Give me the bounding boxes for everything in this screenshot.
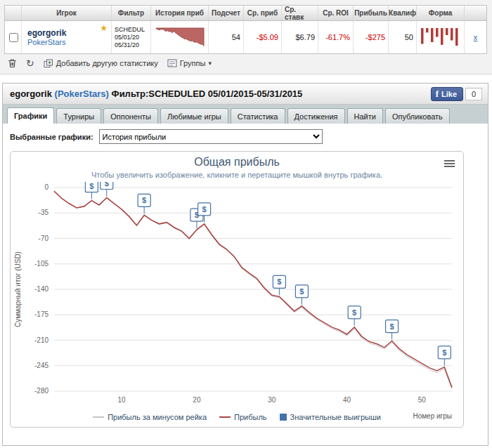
groups-icon [167, 59, 177, 67]
chart-controls: Выбранные графики: История прибыли [10, 129, 481, 144]
svg-text:$: $ [202, 205, 207, 213]
groups-label: Группы [180, 59, 206, 67]
star-badge-icon: ★ [100, 23, 108, 33]
form-cell [417, 21, 465, 53]
panel-player-name: egorgorik [10, 88, 52, 99]
column-header-filter[interactable]: Фильтр [112, 6, 151, 20]
column-header-form[interactable]: Форма [417, 6, 465, 20]
tab-opponents[interactable]: Оппоненты [103, 108, 158, 124]
column-header-avg-roi[interactable]: Ср. ROI [318, 6, 354, 20]
legend-label-big-wins: Значительные выигрыши [290, 413, 381, 421]
chart-title: Общая прибыль [11, 156, 463, 169]
svg-text:10: 10 [118, 396, 127, 404]
svg-text:30: 30 [268, 396, 276, 404]
column-header-profit[interactable]: Прибыль [354, 6, 389, 20]
svg-text:-140: -140 [34, 285, 48, 293]
remove-cell: x [465, 21, 486, 53]
svg-text:-280: -280 [34, 387, 48, 395]
svg-text:$: $ [89, 182, 93, 190]
svg-text:-35: -35 [39, 209, 49, 216]
column-header-avg-stake[interactable]: Ср. ставк [282, 6, 318, 20]
profit-line-chart[interactable]: 0-35-70-105-140-175-210-245-280102030405… [12, 182, 462, 409]
avg-profit-cell: -$5.09 [244, 21, 282, 53]
tab-tournaments[interactable]: Турниры [56, 108, 101, 124]
x-axis-title: Номер игры [413, 412, 452, 420]
svg-text:$: $ [277, 277, 281, 286]
svg-text:-245: -245 [34, 362, 48, 369]
row-select-cell [5, 21, 22, 53]
svg-text:$: $ [352, 308, 356, 317]
avg-roi-cell: -61.7% [318, 21, 354, 53]
svg-text:-70: -70 [39, 235, 49, 242]
column-header-avg-profit[interactable]: Ср. приб [244, 6, 282, 20]
chart-menu-icon[interactable] [444, 159, 455, 169]
player-site-link[interactable]: PokerStars [27, 38, 65, 46]
svg-text:$: $ [142, 196, 146, 204]
sparkline-chart[interactable] [154, 25, 205, 49]
avg-stake-cell: $6.79 [282, 21, 318, 53]
qualify-cell: 50 [389, 21, 417, 53]
tab-achievements[interactable]: Достижения [287, 108, 345, 124]
form-bars-chart [420, 27, 461, 48]
groups-button[interactable]: Группы ▾ [165, 58, 214, 69]
svg-text:$: $ [299, 287, 304, 296]
blue-square-swatch [280, 414, 287, 421]
svg-text:-105: -105 [34, 260, 48, 268]
svg-text:-210: -210 [34, 336, 48, 344]
filter-date-from: 05/01/20 [115, 34, 139, 41]
profit-history-sparkline[interactable] [151, 21, 209, 53]
svg-text:50: 50 [418, 396, 427, 404]
profit-chart-container[interactable]: Общая прибыль Чтобы увеличить изображени… [10, 151, 464, 428]
grey-line-swatch [93, 416, 104, 418]
svg-text:$: $ [105, 182, 109, 187]
tab-statistics[interactable]: Статистика [231, 108, 285, 124]
facebook-icon: f [436, 88, 439, 100]
red-line-swatch [219, 416, 231, 418]
facebook-like-button[interactable]: f Like [431, 87, 463, 101]
chart-subtitle: Чтобы увеличить изображение, кликните и … [11, 171, 463, 179]
column-header-count[interactable]: Подсчет [209, 6, 244, 20]
svg-text:Суммарный итог (USD): Суммарный итог (USD) [14, 251, 22, 327]
column-header-select [5, 6, 22, 20]
table-header-row: Игрок Фильтр История приб Подсчет Ср. пр… [5, 6, 486, 21]
chart-select-label: Выбранные графики: [10, 133, 93, 141]
add-statistic-button[interactable]: Добавить другую статистику [41, 58, 160, 70]
svg-text:20: 20 [193, 396, 201, 404]
chart-legend: Прибыль за минусом рейка Прибыль Значите… [11, 410, 463, 424]
tab-find[interactable]: Найти [347, 108, 383, 124]
delete-button[interactable] [6, 57, 19, 70]
tab-favorite-games[interactable]: Любимые игры [160, 108, 228, 124]
row-checkbox[interactable] [9, 33, 18, 42]
svg-text:$: $ [442, 348, 446, 357]
facebook-like-widget: f Like 0 [431, 87, 482, 101]
refresh-icon: ↻ [26, 59, 34, 67]
legend-item-big-wins[interactable]: Значительные выигрыши [280, 413, 381, 421]
legend-label-profit-minus-rake: Прибыль за минусом рейка [108, 413, 207, 421]
panel-site-name[interactable]: (PokerStars) [55, 88, 109, 99]
profit-cell: -$275 [354, 21, 389, 53]
chart-type-select[interactable]: История прибыли [99, 129, 323, 144]
facebook-like-label: Like [441, 88, 457, 100]
chevron-down-icon: ▾ [208, 60, 212, 67]
player-cell: egorgorik PokerStars ★ [22, 21, 112, 53]
tab-publish[interactable]: Опубликовать [385, 108, 450, 124]
legend-label-profit: Прибыль [234, 413, 267, 421]
refresh-button[interactable]: ↻ [24, 58, 37, 69]
column-header-history[interactable]: История приб [151, 6, 209, 20]
filter-cell: SCHEDUL 05/01/20 05/31/20 [112, 21, 151, 53]
player-name-link[interactable]: egorgorik [27, 28, 66, 38]
chart-legend-row: Прибыль за минусом рейка Прибыль Значите… [11, 410, 463, 424]
filter-type: SCHEDUL [115, 26, 145, 34]
legend-item-profit-minus-rake[interactable]: Прибыль за минусом рейка [93, 413, 207, 421]
tab-charts[interactable]: Графики [7, 107, 54, 124]
top-stats-section: Игрок Фильтр История приб Подсчет Ср. пр… [0, 0, 492, 74]
panel-header: egorgorik (PokerStars) Фильтр:SCHEDULED … [3, 84, 488, 105]
add-statistic-label: Добавить другую статистику [56, 59, 158, 67]
tab-content: Выбранные графики: История прибыли Общая… [3, 124, 488, 433]
column-header-qualify[interactable]: Квалиф [389, 6, 417, 20]
svg-text:0: 0 [44, 183, 48, 191]
count-cell: 54 [209, 21, 244, 53]
column-header-player[interactable]: Игрок [22, 6, 112, 20]
legend-item-profit[interactable]: Прибыль [219, 413, 267, 421]
remove-row-link[interactable]: x [474, 33, 478, 41]
